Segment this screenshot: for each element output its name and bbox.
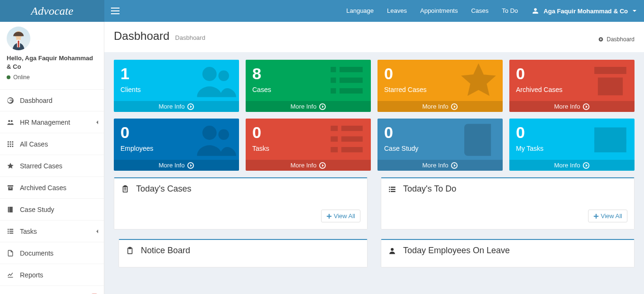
sidebar-item-label: Tasks <box>20 228 37 235</box>
breadcrumb[interactable]: Dasbhoard <box>598 36 635 43</box>
breadcrumb-label: Dasbhoard <box>607 36 635 43</box>
nav-leaves[interactable]: Leaves <box>380 0 414 22</box>
star-icon <box>7 162 14 170</box>
arrow-right-icon <box>583 103 589 110</box>
sidebar-item-casestudy[interactable]: Case Study <box>0 198 104 220</box>
stat-more-link[interactable]: More Info <box>246 101 371 112</box>
sidebar-item-label: HR Management <box>20 119 70 126</box>
svg-rect-32 <box>594 67 626 74</box>
nav-todo[interactable]: To Do <box>495 0 524 22</box>
sidebar-item-message[interactable]: Message 0 <box>0 285 104 294</box>
panel-notice-board: Notice Board <box>119 239 368 267</box>
nav-language[interactable]: Language <box>340 0 380 22</box>
sidebar-item-allcases[interactable]: All Cases <box>0 133 104 155</box>
svg-rect-7 <box>10 141 11 143</box>
viewall-button[interactable]: View All <box>588 210 627 222</box>
arrow-right-icon <box>187 162 194 169</box>
svg-rect-11 <box>12 144 13 145</box>
sidebar-item-tasks[interactable]: Tasks <box>0 220 104 242</box>
svg-rect-31 <box>340 88 363 93</box>
arrow-right-icon <box>187 103 194 110</box>
stat-more-link[interactable]: More Info <box>509 160 635 171</box>
arrow-right-icon <box>451 103 458 110</box>
stat-more-link[interactable]: More Info <box>114 160 239 171</box>
stat-box-casestudy: 0 Case Study More Info <box>377 119 503 171</box>
user-menu[interactable]: Aga Faquir Mohammad & Co <box>524 0 644 22</box>
grid-icon <box>7 140 14 148</box>
file-icon <box>7 249 14 257</box>
svg-point-33 <box>202 126 217 140</box>
user-status-label: Online <box>13 74 30 81</box>
list-icon <box>388 185 396 193</box>
top-navbar: Language Leaves Appointments Cases To Do… <box>104 0 644 22</box>
stat-more-link[interactable]: More Info <box>509 101 635 112</box>
arrow-right-icon <box>319 103 326 110</box>
tasks-icon <box>325 119 368 161</box>
svg-rect-8 <box>12 141 13 143</box>
viewall-button[interactable]: View All <box>321 210 360 222</box>
panel-todays-todo: Today's To Do View All <box>381 177 635 230</box>
sidebar-item-label: Documents <box>20 249 54 257</box>
sidebar-item-reports[interactable]: Reports <box>0 264 104 285</box>
panel-title: Today's To Do <box>403 184 456 194</box>
sidebar-item-hr[interactable]: HR Management <box>0 111 104 133</box>
chart-icon <box>7 271 14 279</box>
sidebar-toggle-button[interactable] <box>104 0 126 22</box>
svg-rect-36 <box>341 126 363 131</box>
user-menu-label: Aga Faquir Mohammad & Co <box>543 8 628 15</box>
dashboard-icon <box>598 37 604 42</box>
sidebar-item-label: Reports <box>20 271 43 279</box>
svg-rect-20 <box>8 231 9 232</box>
svg-rect-21 <box>9 231 13 232</box>
svg-rect-48 <box>391 191 396 192</box>
svg-rect-37 <box>331 137 338 142</box>
clipboard-icon <box>126 247 134 255</box>
sidebar-item-archived[interactable]: Archived Cases <box>0 176 104 198</box>
svg-rect-43 <box>389 186 390 187</box>
stat-box-starred: 0 Starred Cases More Info <box>377 60 503 112</box>
svg-rect-14 <box>12 146 13 147</box>
avatar <box>7 27 30 50</box>
user-icon <box>388 247 396 255</box>
book-icon <box>7 206 14 213</box>
sidebar: Hello, Aga Faquir Mohammad & Co Online D… <box>0 22 104 294</box>
page-subtitle: Dasbhoard <box>175 34 205 41</box>
star-icon <box>457 60 500 102</box>
svg-rect-38 <box>341 137 363 142</box>
svg-rect-18 <box>8 229 9 230</box>
brand-logo[interactable]: Advocate <box>0 0 104 22</box>
plus-icon <box>593 213 599 219</box>
svg-rect-28 <box>331 78 336 83</box>
sidebar-item-starred[interactable]: Starred Cases <box>0 155 104 176</box>
stat-box-archived: 0 Archived Cases More Info <box>509 60 635 112</box>
list-icon <box>325 60 368 102</box>
svg-rect-15 <box>8 185 13 187</box>
stat-more-link[interactable]: More Info <box>114 101 239 112</box>
svg-rect-16 <box>9 188 11 188</box>
content-area: Dasbhoard Dasbhoard Dasbhoard 1 Clients … <box>104 22 644 294</box>
chevron-left-icon <box>96 230 98 233</box>
svg-rect-27 <box>340 67 363 72</box>
svg-point-5 <box>11 120 13 122</box>
stat-more-link[interactable]: More Info <box>246 160 371 171</box>
svg-rect-40 <box>341 147 363 152</box>
stat-more-link[interactable]: More Info <box>377 101 503 112</box>
stat-more-link[interactable]: More Info <box>377 160 503 171</box>
svg-point-51 <box>391 248 394 251</box>
user-panel: Hello, Aga Faquir Mohammad & Co Online <box>0 22 104 85</box>
users-icon <box>193 119 236 161</box>
user-status: Online <box>7 74 99 81</box>
panel-row-2: Notice Board Today Employees On Leave <box>104 230 644 277</box>
svg-rect-10 <box>10 144 11 145</box>
sidebar-item-documents[interactable]: Documents <box>0 242 104 264</box>
nav-cases[interactable]: Cases <box>464 0 495 22</box>
user-greeting: Hello, Aga Faquir Mohammad & Co <box>7 54 99 71</box>
svg-rect-1 <box>16 37 20 40</box>
svg-rect-35 <box>331 126 338 131</box>
sidebar-item-dashboard[interactable]: Dasbhoard <box>0 89 104 111</box>
nav-appointments[interactable]: Appointments <box>414 0 465 22</box>
archive-icon <box>7 184 14 192</box>
stat-boxes-grid: 1 Clients More Info 8 Cases More Info 0 … <box>104 52 644 171</box>
sidebar-item-label: Case Study <box>20 206 54 213</box>
sidebar-item-label: Archived Cases <box>20 184 66 192</box>
